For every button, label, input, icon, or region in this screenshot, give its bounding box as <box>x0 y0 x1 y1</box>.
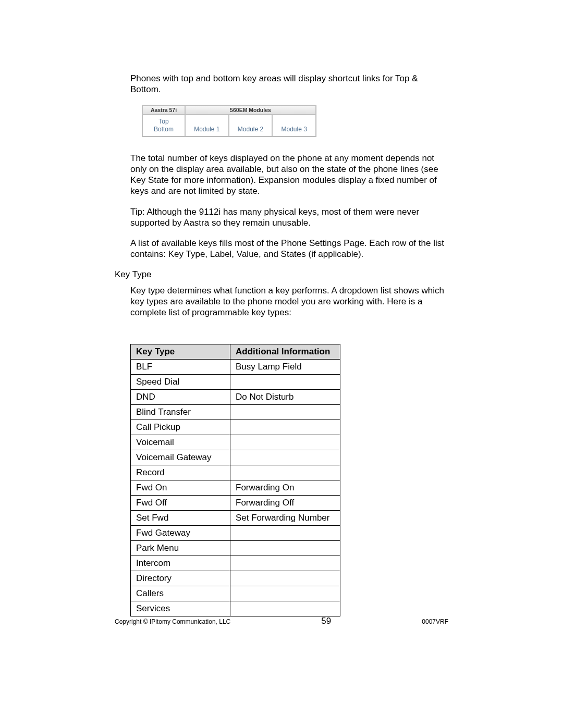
paragraph-key-list: A list of available keys fills most of t… <box>130 238 448 260</box>
cell-additional-info: Set Forwarding Number <box>230 511 340 526</box>
module-left-cell: Top Bottom <box>142 115 185 137</box>
cell-key-type: DND <box>131 390 230 405</box>
cell-key-type: Call Pickup <box>131 420 230 435</box>
table-row: Speed Dial <box>131 375 340 390</box>
cell-additional-info <box>230 420 340 435</box>
paragraph-key-type-desc: Key type determines what function a key … <box>130 285 448 318</box>
module-left-top[interactable]: Top <box>143 118 185 126</box>
cell-key-type: Directory <box>131 571 230 586</box>
module-2[interactable]: Module 2 <box>229 115 273 137</box>
table-row: Set FwdSet Forwarding Number <box>131 511 340 526</box>
cell-key-type: Fwd Off <box>131 496 230 511</box>
cell-additional-info <box>230 465 340 480</box>
cell-key-type: Fwd Gateway <box>131 526 230 541</box>
table-row: DNDDo Not Disturb <box>131 390 340 405</box>
table-row: Fwd OffForwarding Off <box>131 496 340 511</box>
cell-additional-info: Forwarding Off <box>230 496 340 511</box>
paragraph-top-bottom: Phones with top and bottom key areas wil… <box>130 73 448 95</box>
module-hdr-right: 560EM Modules <box>185 105 316 115</box>
footer-copyright: Copyright © IPitomy Communication, LLC <box>115 618 230 625</box>
cell-key-type: Set Fwd <box>131 511 230 526</box>
key-types-table: Key Type Additional Information BLFBusy … <box>130 344 340 616</box>
footer-page-number: 59 <box>321 616 331 626</box>
cell-key-type: Callers <box>131 586 230 601</box>
cell-additional-info <box>230 601 340 616</box>
module-1[interactable]: Module 1 <box>185 115 229 137</box>
cell-additional-info: Do Not Disturb <box>230 390 340 405</box>
cell-key-type: Speed Dial <box>131 375 230 390</box>
table-row: Services <box>131 601 340 616</box>
module-3[interactable]: Module 3 <box>272 115 316 137</box>
module-hdr-left: Aastra 57i <box>142 105 185 115</box>
cell-additional-info <box>230 541 340 556</box>
table-row: Callers <box>131 586 340 601</box>
cell-key-type: Fwd On <box>131 480 230 496</box>
cell-key-type: Voicemail <box>131 435 230 450</box>
table-row: Blind Transfer <box>131 405 340 420</box>
page-footer: Copyright © IPitomy Communication, LLC 5… <box>0 616 563 626</box>
cell-additional-info <box>230 571 340 586</box>
cell-key-type: Record <box>131 465 230 480</box>
cell-additional-info <box>230 375 340 390</box>
table-row: Fwd OnForwarding On <box>131 480 340 496</box>
section-label-key-type: Key Type <box>115 269 448 280</box>
cell-additional-info <box>230 435 340 450</box>
th-additional-info: Additional Information <box>230 344 340 360</box>
table-row: Directory <box>131 571 340 586</box>
cell-additional-info <box>230 586 340 601</box>
paragraph-total-keys: The total number of keys displayed on th… <box>130 153 448 197</box>
table-row: Voicemail <box>131 435 340 450</box>
table-row: Intercom <box>131 556 340 571</box>
table-row: Voicemail Gateway <box>131 450 340 465</box>
table-header-row: Key Type Additional Information <box>131 344 340 360</box>
cell-key-type: Services <box>131 601 230 616</box>
table-row: Park Menu <box>131 541 340 556</box>
cell-key-type: Voicemail Gateway <box>131 450 230 465</box>
footer-doc-id: 0007VRF <box>422 618 448 625</box>
paragraph-tip-9112i: Tip: Although the 9112i has many physica… <box>130 206 448 229</box>
module-left-bottom[interactable]: Bottom <box>143 126 185 133</box>
cell-key-type: BLF <box>131 360 230 375</box>
table-row: Record <box>131 465 340 480</box>
table-row: Call Pickup <box>131 420 340 435</box>
cell-additional-info: Busy Lamp Field <box>230 360 340 375</box>
th-key-type: Key Type <box>131 344 230 360</box>
cell-key-type: Intercom <box>131 556 230 571</box>
cell-additional-info <box>230 405 340 420</box>
cell-key-type: Blind Transfer <box>131 405 230 420</box>
key-types-tbody: BLFBusy Lamp FieldSpeed DialDNDDo Not Di… <box>131 360 340 616</box>
module-box: Aastra 57i 560EM Modules Top Bottom Modu… <box>142 105 316 137</box>
table-row: Fwd Gateway <box>131 526 340 541</box>
page: Phones with top and bottom key areas wil… <box>0 0 563 728</box>
cell-key-type: Park Menu <box>131 541 230 556</box>
body-column: Phones with top and bottom key areas wil… <box>130 73 448 616</box>
table-row: BLFBusy Lamp Field <box>131 360 340 375</box>
cell-additional-info: Forwarding On <box>230 480 340 496</box>
cell-additional-info <box>230 556 340 571</box>
cell-additional-info <box>230 450 340 465</box>
cell-additional-info <box>230 526 340 541</box>
